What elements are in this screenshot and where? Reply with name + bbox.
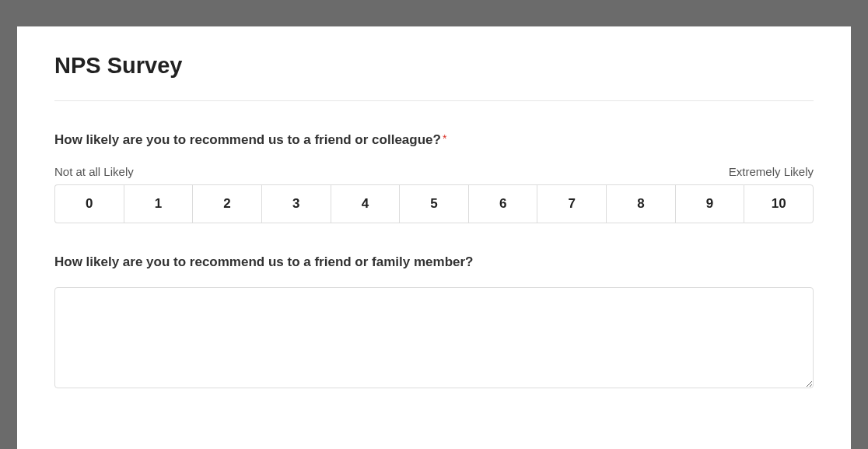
survey-page: NPS Survey How likely are you to recomme… [17, 26, 851, 449]
nps-low-anchor: Not at all Likely [54, 165, 134, 178]
question-nps-text: How likely are you to recommend us to a … [54, 132, 441, 147]
nps-rating-3[interactable]: 3 [261, 184, 331, 223]
freetext-input[interactable] [54, 287, 814, 388]
nps-rating-5[interactable]: 5 [399, 184, 468, 223]
nps-rating-6[interactable]: 6 [468, 184, 537, 223]
nps-rating-1[interactable]: 1 [124, 184, 193, 223]
title-divider [54, 100, 814, 101]
nps-rating-8[interactable]: 8 [606, 184, 675, 223]
nps-rating-7[interactable]: 7 [537, 184, 606, 223]
nps-high-anchor: Extremely Likely [729, 165, 814, 178]
nps-scale-anchors: Not at all Likely Extremely Likely [54, 165, 814, 178]
nps-rating-0[interactable]: 0 [54, 184, 124, 223]
survey-title: NPS Survey [54, 53, 814, 79]
question-nps-label: How likely are you to recommend us to a … [54, 132, 814, 148]
nps-rating-9[interactable]: 9 [675, 184, 744, 223]
nps-rating-4[interactable]: 4 [331, 184, 400, 223]
required-mark: * [443, 132, 446, 145]
nps-rating-10[interactable]: 10 [744, 184, 814, 223]
question-nps: How likely are you to recommend us to a … [54, 132, 814, 223]
question-freetext: How likely are you to recommend us to a … [54, 254, 814, 391]
nps-rating-row: 0 1 2 3 4 5 6 7 8 9 10 [54, 184, 814, 223]
question-freetext-label: How likely are you to recommend us to a … [54, 254, 814, 270]
nps-rating-2[interactable]: 2 [192, 184, 261, 223]
